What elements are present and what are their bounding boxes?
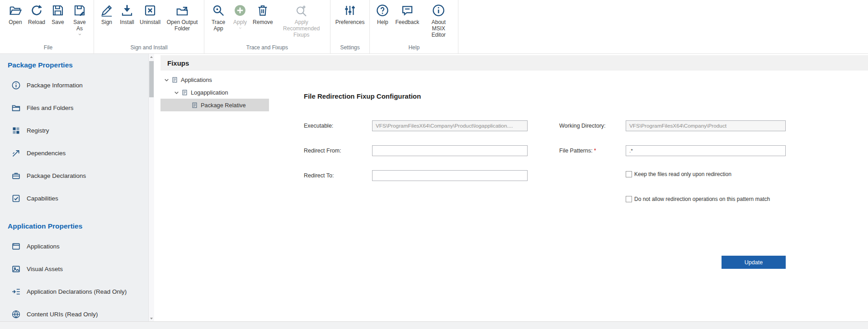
redirect-to-label: Redirect To: [304,172,334,179]
save-icon [51,4,65,17]
sidebar-item-label: Registry [27,127,49,134]
sidebar-item-applications[interactable]: Applications [0,235,148,257]
button-label: Help [377,19,388,25]
reload-button[interactable]: Reload [26,2,47,26]
tree-node-package-relative[interactable]: Package Relative [160,99,269,111]
sidebar-item-label: Package Information [27,82,83,89]
ribbon-group-trace-fixups: Trace App Apply Remove Apply Recommended… [204,0,330,53]
button-label: Sign [101,19,112,25]
sidebar-item-files-and-folders[interactable]: Files and Folders [0,96,148,119]
redirect-to-field[interactable] [372,170,528,181]
sidebar-heading-package-properties: Package Properties [0,54,148,74]
button-label: About MSIX Editor [424,19,453,38]
save-button[interactable]: Save [48,2,67,26]
button-label: Apply [233,19,247,25]
recommended-fixups-icon [295,4,308,17]
button-label: Reload [28,19,45,25]
trace-magnifier-icon [212,4,225,17]
feedback-button[interactable]: Feedback [393,2,421,26]
main-content: Fixups Applications Logapplication Packa… [154,54,868,321]
uninstall-x-icon [143,4,157,17]
sidebar-item-visual-assets[interactable]: Visual Assets [0,257,148,280]
globe-icon [11,310,21,319]
sidebar-item-label: Content URIs (Read Only) [27,311,98,318]
sign-pencil-icon [100,4,113,17]
ribbon-group-label: Trace and Fixups [208,43,327,53]
ribbon-group-label: Help [373,43,455,53]
tree-node-icon [171,76,178,83]
install-button[interactable]: Install [118,2,137,26]
chevron-down-icon[interactable] [163,76,170,83]
sidebar-item-dependencies[interactable]: Dependencies [0,142,148,164]
horizontal-scrollbar[interactable] [0,321,868,329]
tree-node-label: Logapplication [191,89,228,96]
sidebar-item-registry[interactable]: Registry [0,119,148,142]
capabilities-icon [11,194,21,203]
tree-node-label: Applications [181,76,212,83]
redirect-from-label: Redirect From: [304,148,341,154]
button-label: Install [120,19,134,25]
apply-plus-icon [233,4,247,17]
navigation-sidebar: Package Properties Package Information F… [0,54,148,321]
tree-node-applications[interactable]: Applications [160,73,269,86]
remove-button[interactable]: Remove [251,2,275,26]
button-label: Open [9,19,22,25]
sign-button[interactable]: Sign [97,2,116,26]
briefcase-icon [11,171,21,181]
app-declarations-icon [11,287,21,296]
button-label: Preferences [335,19,365,25]
sidebar-item-label: Package Declarations [27,172,86,179]
fixup-configuration-panel: File Redirection Fixup Configuration Exe… [269,71,868,321]
open-output-folder-icon [175,4,189,17]
sidebar-item-application-declarations[interactable]: Application Declarations (Read Only) [0,280,148,303]
folder-icon [11,103,21,113]
uninstall-button[interactable]: Uninstall [138,2,162,26]
reload-icon [30,4,43,17]
open-output-folder-button[interactable]: Open Output Folder [164,2,201,33]
redirect-from-field[interactable] [372,145,528,156]
sidebar-item-package-information[interactable]: Package Information [0,74,148,96]
sidebar-item-content-uris[interactable]: Content URIs (Read Only) [0,303,148,321]
fixups-tree: Applications Logapplication Package Rela… [160,71,269,321]
scrollbar-thumb[interactable] [149,61,154,97]
button-label: Save [52,19,64,25]
tree-node-icon [191,102,198,109]
sidebar-item-capabilities[interactable]: Capabilities [0,187,148,210]
about-msix-editor-button[interactable]: About MSIX Editor [422,2,455,39]
help-button[interactable]: Help [373,2,392,26]
ribbon-group-file: Open Reload Save Save As File [3,0,94,53]
page-title: Fixups [160,55,868,71]
open-button[interactable]: Open [6,2,25,26]
trace-app-button[interactable]: Trace App [208,2,229,33]
form-title: File Redirection Fixup Configuration [304,92,421,100]
no-redirection-on-match-checkbox[interactable] [626,196,632,202]
button-label: Open Output Folder [165,19,199,32]
working-directory-label: Working Directory: [559,123,606,129]
tree-node-logapplication[interactable]: Logapplication [160,86,269,99]
working-directory-field [626,120,786,131]
sidebar-scrollbar[interactable] [148,54,154,321]
save-as-icon [73,4,86,17]
info-icon [11,81,21,90]
ribbon-group-label: Sign and Install [97,43,201,53]
button-label: Apply Recommended Fixups [278,19,325,38]
apply-button: Apply [231,2,250,31]
chevron-down-icon [78,33,82,36]
ribbon-toolbar: Open Reload Save Save As File Sign [0,0,868,54]
sidebar-item-label: Visual Assets [27,266,63,272]
scroll-down-arrow[interactable] [149,315,154,321]
chevron-down-icon[interactable] [173,89,180,96]
sidebar-item-package-declarations[interactable]: Package Declarations [0,164,148,187]
keep-read-only-checkbox-row: Keep the files read only upon redirectio… [626,171,731,177]
file-patterns-field[interactable] [626,145,786,156]
update-button[interactable]: Update [722,256,786,269]
checkbox-label: Do not allow redirection operations on t… [634,196,770,202]
checkbox-label: Keep the files read only upon redirectio… [634,171,731,177]
save-as-button[interactable]: Save As [69,2,90,37]
sidebar-heading-application-properties: Application Properties [0,215,148,235]
keep-read-only-checkbox[interactable] [626,171,632,177]
button-label: Save As [71,19,89,32]
scroll-up-arrow[interactable] [149,54,154,60]
image-icon [11,264,21,274]
preferences-button[interactable]: Preferences [334,2,367,26]
